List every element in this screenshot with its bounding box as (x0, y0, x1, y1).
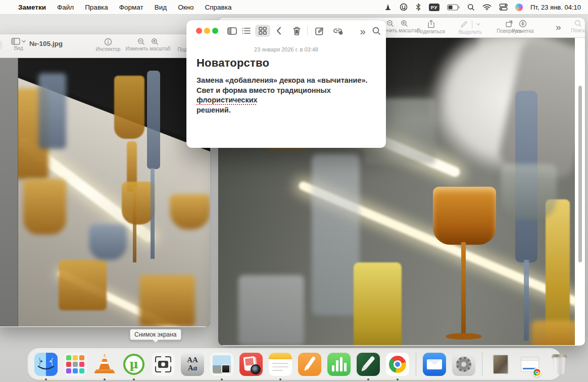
inspector-button[interactable]: Инспектор (92, 38, 124, 52)
view-menu-button[interactable]: Вид (11, 38, 26, 51)
notes-window: » 23 января 2026 г. в 03:48 Новаторство … (186, 20, 386, 148)
chevron-down-icon (476, 23, 480, 26)
dock: µ AAAa (28, 348, 561, 380)
compose-icon[interactable] (313, 25, 325, 37)
dock-screenshot[interactable] (151, 352, 176, 377)
minimize-button[interactable] (204, 28, 210, 34)
toolbar-overflow-button[interactable]: » (556, 22, 561, 32)
glass-shape (170, 194, 210, 230)
pages-icon (298, 353, 321, 376)
glass-shape (524, 260, 529, 341)
input-source-badge[interactable]: РУ (429, 4, 439, 11)
markup-button[interactable]: Разметка (505, 20, 541, 34)
tooltip-arrow (153, 337, 158, 343)
dock-preview[interactable] (209, 352, 234, 377)
zoom-in-icon[interactable] (151, 38, 159, 45)
dock-mail[interactable] (422, 352, 447, 377)
menu-edit[interactable]: Правка (85, 4, 108, 11)
running-indicator (221, 378, 223, 380)
dock-green-editor[interactable] (356, 352, 381, 377)
glass-shape (461, 242, 466, 336)
back-chevron-icon[interactable] (274, 25, 284, 37)
note-editor[interactable]: 23 января 2026 г. в 03:48 Новаторство За… (186, 41, 386, 115)
dock-utorrent[interactable]: µ (121, 352, 146, 377)
markup-edit-button: | Выделить (452, 20, 489, 35)
control-center-icon[interactable] (499, 4, 508, 11)
dock-finder[interactable] (33, 352, 59, 377)
menu-app-name[interactable]: Заметки (18, 4, 46, 11)
photo-left-glassware[interactable] (18, 58, 210, 326)
photo-document-stack-icon (489, 353, 512, 376)
dock-trash[interactable] (547, 352, 572, 377)
markup-pen-icon (519, 20, 527, 28)
dock-numbers[interactable] (326, 352, 352, 377)
photo-booth-icon (239, 353, 263, 376)
screenshot-tooltip: Снимок экрана (130, 329, 181, 340)
running-indicator (133, 378, 135, 380)
search-icon[interactable] (370, 25, 382, 37)
list-view-icon[interactable] (240, 25, 252, 37)
pencil-icon (460, 21, 468, 28)
gallery-view-icon-selected[interactable] (255, 25, 270, 37)
dock-photo-stack[interactable] (488, 352, 513, 377)
trash-icon[interactable] (290, 25, 303, 37)
share-button[interactable]: Поделиться (411, 20, 451, 34)
toolbar-divider (307, 26, 308, 35)
dock-pages[interactable] (297, 352, 322, 377)
zoom-out-icon[interactable] (137, 38, 145, 45)
siri-icon[interactable] (515, 4, 523, 11)
zoom-buttons[interactable]: Изменить масштаб (125, 38, 171, 51)
system-settings-icon (452, 353, 475, 376)
sidebar-toggle-icon[interactable] (226, 25, 238, 37)
dock-divider (416, 352, 416, 376)
bluetooth-icon[interactable] (415, 3, 421, 11)
note-body-line3: решений. (197, 105, 376, 116)
menu-file[interactable]: Файл (57, 4, 74, 11)
finder-icon (34, 353, 58, 376)
battery-icon[interactable] (447, 4, 460, 11)
running-indicator (397, 378, 399, 380)
menu-help[interactable]: Справка (205, 4, 232, 11)
scrollbar-thumb[interactable] (578, 86, 582, 262)
glass-shape (147, 71, 160, 169)
dock-launchpad[interactable] (63, 352, 88, 377)
glass-shape (38, 73, 66, 149)
chevron-down-icon (22, 40, 26, 43)
menu-window[interactable]: Окно (178, 4, 193, 11)
zoom-in-icon[interactable] (401, 20, 408, 27)
window-title: №-105.jpg (29, 40, 63, 47)
running-indicator (279, 378, 281, 380)
screenshot-icon (152, 353, 175, 376)
note-title[interactable]: Новаторство (197, 57, 376, 70)
preview-left-sidebar[interactable] (0, 58, 18, 326)
vlc-status-icon[interactable] (384, 3, 392, 11)
clipped-toolbar-button[interactable] (0, 39, 2, 51)
add-link-icon[interactable] (331, 25, 345, 37)
zoom-out-icon[interactable] (386, 20, 394, 27)
dock-font-book[interactable]: AAAa (180, 352, 205, 377)
utorrent-status-icon[interactable] (400, 3, 408, 11)
dock-system-settings[interactable] (451, 352, 476, 377)
fullscreen-button[interactable] (212, 28, 218, 34)
glass-shape (114, 76, 144, 139)
dock-notes[interactable] (268, 352, 293, 377)
note-body-line2: Свет и форма вместо традиционных (197, 86, 331, 94)
font-book-icon: AAAa (181, 353, 204, 376)
close-button[interactable] (196, 28, 202, 34)
menu-format[interactable]: Формат (119, 4, 143, 11)
wifi-icon[interactable] (482, 4, 492, 11)
vlc-icon (93, 353, 116, 376)
glass-shape (354, 262, 402, 345)
notes-toolbar[interactable]: » (186, 20, 386, 41)
dock-photo-booth[interactable] (238, 352, 264, 377)
dock-minimized-window[interactable] (517, 352, 543, 377)
dock-chrome[interactable] (385, 352, 410, 377)
menu-bar-clock[interactable]: Пт, 23 янв. 04:10 (530, 4, 581, 11)
info-icon (104, 38, 112, 46)
menu-view[interactable]: Вид (155, 4, 167, 11)
preview-left-titlebar[interactable]: Вид №-105.jpg Инспектор Изменить масштаб… (0, 34, 210, 58)
spotlight-search-icon[interactable] (467, 4, 475, 11)
note-body[interactable]: Замена «добавления» декора на «вычитание… (197, 76, 376, 115)
dock-vlc[interactable] (92, 352, 117, 377)
overflow-icon[interactable]: » (357, 25, 368, 37)
